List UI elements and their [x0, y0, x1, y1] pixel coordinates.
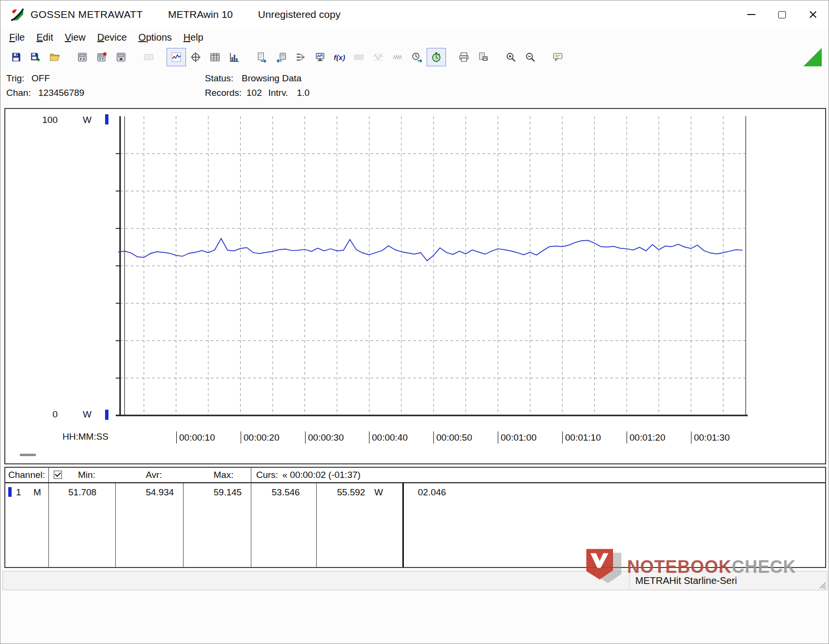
license-label: Unregistered copy	[258, 9, 340, 20]
cursor-header-value: « 00:00:02 (-01:37)	[282, 470, 361, 480]
table-header-rule	[5, 482, 825, 483]
print-icon	[458, 52, 470, 62]
cell-cursor2-value: 55.592	[337, 487, 365, 498]
y-max-label: 100	[25, 115, 58, 125]
device-settings-button[interactable]	[73, 48, 92, 66]
menu-file[interactable]: File	[3, 31, 31, 45]
save-button[interactable]	[6, 48, 26, 66]
cell-min: 51.708	[68, 487, 96, 498]
x-tick-6: 00:01:00	[498, 431, 537, 444]
status-bar-message-area	[3, 571, 629, 590]
menu-options[interactable]: Options	[133, 31, 178, 45]
menu-device[interactable]: Device	[92, 31, 133, 45]
table-view-button[interactable]	[205, 48, 225, 66]
channel-setup-button[interactable]	[291, 48, 310, 66]
channel-setup-icon	[295, 52, 307, 62]
brand-title: GOSSEN METRAWATT	[31, 9, 143, 20]
acquisition-status-row: Trig: OFF Chan: 123456789 Status: Browsi…	[0, 68, 829, 107]
menu-view[interactable]: View	[59, 31, 92, 45]
x-tick-3: 00:00:30	[305, 431, 344, 444]
lcd-display-button[interactable]	[349, 48, 368, 66]
x-tick-7: 00:01:10	[562, 431, 601, 444]
formula-button[interactable]: f(x)	[330, 48, 349, 66]
analog-wave-button[interactable]	[368, 48, 388, 66]
zoom-in-button[interactable]	[501, 48, 521, 66]
col-channel-header: Channel:	[8, 470, 45, 480]
cell-cursor1-value: 53.546	[272, 487, 300, 498]
recorder-wave-button[interactable]	[388, 48, 407, 66]
toolbar: f(x)	[0, 46, 829, 68]
numeric-display-icon	[143, 52, 154, 62]
analog-wave-icon	[372, 52, 384, 62]
minimize-button[interactable]	[736, 0, 767, 29]
histogram-button[interactable]	[225, 48, 244, 66]
histogram-icon	[229, 52, 240, 62]
save-as-button[interactable]	[26, 48, 45, 66]
device-download-button[interactable]	[272, 48, 291, 66]
cell-cursor-delta: 02.046	[418, 487, 446, 498]
col-min-header: Min:	[78, 470, 95, 480]
chan-value: 123456789	[38, 88, 84, 98]
cell-max: 59.145	[214, 487, 242, 498]
file-export-button[interactable]	[252, 48, 272, 66]
interval-label: Intrv.	[268, 88, 288, 98]
status-value: Browsing Data	[242, 73, 302, 84]
device-settings-icon	[77, 52, 88, 62]
x-tick-4: 00:00:40	[369, 431, 408, 444]
cursor-header-label: Curs:	[256, 470, 278, 480]
file-export-icon	[256, 52, 268, 62]
maximize-button[interactable]	[767, 0, 798, 29]
table-divider	[115, 483, 116, 567]
x-tick-2: 00:00:20	[241, 431, 279, 444]
device-clock-button[interactable]	[92, 48, 111, 66]
print-button[interactable]	[454, 48, 474, 66]
device-download-icon	[276, 52, 287, 62]
channel-marker-top	[105, 114, 108, 124]
plot-area[interactable]	[114, 116, 749, 421]
save-icon	[10, 52, 22, 62]
menu-edit[interactable]: Edit	[31, 31, 59, 45]
numeric-display-button[interactable]	[139, 48, 158, 66]
title-bar: GOSSEN METRAWATT METRAwin 10 Unregistere…	[0, 0, 829, 29]
x-tick-9: 00:01:30	[691, 431, 730, 444]
channel-visible-checkbox[interactable]	[54, 471, 62, 479]
notebookcheck-watermark: NOTEBOOKCHECK	[584, 547, 796, 587]
channel-row-marker	[8, 487, 12, 497]
gossen-metrawatt-logo-icon	[10, 7, 25, 22]
annotation-button[interactable]	[548, 48, 568, 66]
notebookcheck-logo-icon	[584, 547, 623, 587]
zoom-out-button[interactable]	[521, 48, 540, 66]
menu-help[interactable]: Help	[178, 31, 209, 45]
xy-crosshair-icon	[190, 52, 201, 62]
maximize-icon	[778, 11, 786, 18]
open-button[interactable]	[45, 48, 64, 66]
monitor-button[interactable]	[310, 48, 330, 66]
cell-channel-mode: M	[33, 487, 41, 498]
col-avr-header: Avr:	[146, 470, 162, 480]
time-sync-button[interactable]	[407, 48, 427, 66]
print-preview-button[interactable]	[474, 48, 493, 66]
close-button[interactable]	[798, 0, 829, 29]
save-as-icon	[30, 52, 41, 62]
h-scrollbar-thumb[interactable]	[20, 454, 36, 456]
chart-panel: 100 W 0 W HH:MM:SS 00:00:10 00:00:20 00:…	[4, 108, 826, 464]
device-clock-icon	[96, 52, 107, 62]
monitor-icon	[314, 52, 326, 62]
print-preview-icon	[477, 52, 489, 62]
power-trace-line	[118, 238, 742, 261]
yt-chart-button[interactable]	[167, 48, 186, 66]
recorder-wave-icon	[392, 52, 403, 62]
annotation-bubble-icon	[552, 52, 564, 62]
table-divider-thick	[402, 483, 404, 567]
x-tick-5: 00:00:50	[433, 431, 472, 444]
record-stopwatch-button[interactable]	[427, 48, 446, 66]
xy-chart-button[interactable]	[186, 48, 205, 66]
resize-grip-icon[interactable]	[817, 580, 826, 589]
lcd-display-icon	[353, 52, 365, 62]
stopwatch-icon	[430, 52, 442, 62]
window-controls	[736, 0, 829, 29]
device-memory-button[interactable]	[111, 48, 131, 66]
open-folder-icon	[49, 52, 61, 62]
interval-value: 1.0	[297, 88, 309, 98]
trig-value: OFF	[31, 73, 50, 84]
